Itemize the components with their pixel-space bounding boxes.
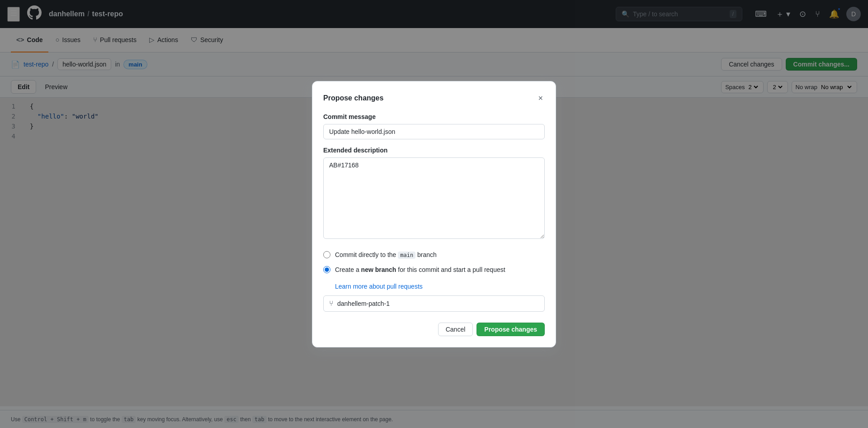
option-direct-commit[interactable]: Commit directly to the main branch — [323, 247, 545, 262]
propose-changes-button[interactable]: Propose changes — [476, 323, 545, 336]
propose-changes-modal: Propose changes × Commit message Extende… — [312, 81, 556, 347]
radio-new-branch[interactable] — [323, 266, 330, 273]
modal-cancel-button[interactable]: Cancel — [438, 323, 473, 336]
learn-more-link[interactable]: Learn more about pull requests — [335, 283, 545, 290]
modal-title: Propose changes — [323, 94, 383, 102]
commit-options: Commit directly to the main branch Creat… — [323, 247, 545, 277]
extended-description-label: Extended description — [323, 147, 545, 154]
modal-header: Propose changes × — [323, 92, 545, 104]
modal-footer: Cancel Propose changes — [323, 321, 545, 336]
extended-description-textarea[interactable]: AB#17168 — [323, 157, 545, 239]
commit-message-label: Commit message — [323, 113, 545, 120]
commit-message-input[interactable] — [323, 124, 545, 139]
branch-icon: ⑂ — [329, 300, 334, 308]
option-new-branch-label: Create a new branch for this commit and … — [335, 265, 505, 275]
option-direct-label: Commit directly to the main branch — [335, 250, 437, 260]
new-branch-strong: new branch — [361, 266, 396, 273]
branch-name-field[interactable]: ⑂ — [323, 295, 545, 312]
branch-name-input[interactable] — [337, 300, 539, 307]
modal-close-button[interactable]: × — [536, 92, 545, 104]
option-new-branch[interactable]: Create a new branch for this commit and … — [323, 262, 545, 277]
radio-direct[interactable] — [323, 251, 330, 258]
main-branch-code: main — [398, 252, 415, 259]
modal-overlay: Propose changes × Commit message Extende… — [0, 0, 868, 428]
